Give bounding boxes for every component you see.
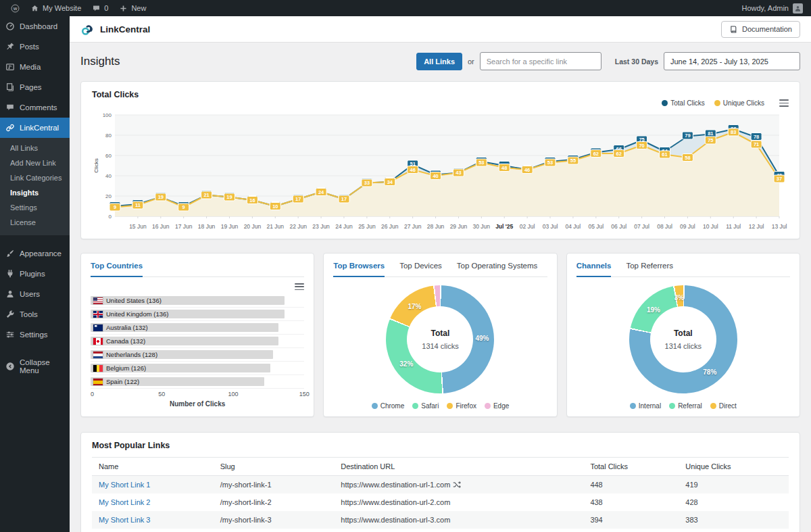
sidebar-item-posts[interactable]: Posts	[0, 37, 70, 57]
legend-item-chrome[interactable]: Chrome	[372, 402, 405, 410]
country-row[interactable]: Belgium (126)	[91, 362, 304, 375]
top-countries-card: Top Countries United States (136)United …	[80, 253, 314, 417]
svg-text:20 Jun: 20 Jun	[244, 223, 262, 230]
legend-item-internal[interactable]: Internal	[630, 402, 661, 410]
donut-percent-label: 17%	[408, 303, 421, 310]
svg-text:79: 79	[685, 132, 690, 139]
titlebar: Insights All Links or Last 30 Days	[70, 42, 811, 72]
data-label: 46	[522, 166, 533, 174]
new-content-button[interactable]: New	[114, 0, 151, 16]
chart-menu-icon[interactable]	[779, 99, 789, 106]
submenu-license[interactable]: License	[0, 215, 70, 230]
date-range-input[interactable]	[664, 52, 800, 70]
axis-tick-label: 50	[158, 391, 165, 397]
tab-top-operating-systems[interactable]: Top Operating Systems	[457, 253, 538, 277]
country-row[interactable]: Netherlands (128)	[91, 348, 304, 362]
link-name[interactable]: My Short Link 1	[99, 481, 150, 489]
data-label: 43	[453, 169, 464, 176]
sidebar-item-dashboard[interactable]: Dashboard	[0, 16, 70, 37]
svg-text:33: 33	[364, 180, 370, 186]
countries-menu-icon[interactable]	[295, 283, 304, 290]
legend-total-clicks[interactable]: Total Clicks	[662, 99, 705, 107]
comments-badge[interactable]: 0	[87, 0, 114, 16]
link-total-clicks: 448	[583, 476, 679, 494]
legend-unique-clicks[interactable]: Unique Clicks	[714, 99, 764, 107]
all-links-button[interactable]: All Links	[416, 53, 462, 70]
legend-item-safari[interactable]: Safari	[412, 402, 439, 410]
country-label: Netherlands (128)	[91, 351, 157, 358]
data-label: 21	[201, 191, 212, 199]
svg-text:75: 75	[708, 137, 713, 143]
country-row[interactable]: Canada (132)	[91, 335, 304, 348]
period-label: Last 30 Days	[615, 57, 658, 66]
pages-icon	[5, 82, 15, 92]
country-row[interactable]: Spain (122)	[91, 375, 304, 389]
submenu-settings[interactable]: Settings	[0, 200, 70, 215]
legend-dot	[372, 403, 378, 409]
sidebar-item-media[interactable]: Media	[0, 57, 70, 77]
wp-admin-bar: W My Website 0 New Howdy, Admin	[0, 0, 811, 16]
country-row[interactable]: Australia (132)	[91, 321, 304, 335]
legend-item-direct[interactable]: Direct	[710, 402, 737, 410]
sidebar-item-tools[interactable]: Tools	[0, 304, 70, 324]
wrench-icon	[5, 310, 15, 319]
link-name[interactable]: My Short Link 2	[99, 498, 150, 506]
link-total-clicks: 438	[583, 493, 679, 511]
submenu-add-new-link[interactable]: Add New Link	[0, 155, 70, 170]
data-label: 53	[545, 159, 556, 166]
most-popular-links-card: Most Popular Links NameSlugDestination U…	[80, 432, 800, 532]
submenu-all-links[interactable]: All Links	[0, 141, 70, 155]
data-label: 78	[751, 133, 762, 141]
channels-donut-chart[interactable]: 78%19%3%Total1314 clicks	[629, 285, 737, 393]
table-row: My Short Link 1/my-short-link-1https://w…	[92, 476, 789, 494]
sidebar-item-pages[interactable]: Pages	[0, 77, 70, 97]
legend-dot	[412, 403, 418, 409]
donut-total-value: 1314 clicks	[665, 342, 702, 350]
column-header[interactable]: Destination URL	[334, 458, 583, 476]
column-header[interactable]: Total Clicks	[583, 458, 679, 476]
us-flag-icon	[93, 297, 103, 304]
submenu-link-categories[interactable]: Link Categories	[0, 170, 70, 185]
tab-top-countries[interactable]: Top Countries	[91, 253, 143, 277]
tab-channels[interactable]: Channels	[576, 253, 612, 277]
shuffle-icon	[453, 481, 461, 489]
collapse-menu-button[interactable]: Collapse Menu	[0, 353, 70, 380]
data-label: 81	[705, 130, 716, 137]
sidebar-item-plugins[interactable]: Plugins	[0, 264, 70, 284]
tab-top-browsers[interactable]: Top Browsers	[333, 253, 385, 277]
svg-text:70: 70	[639, 143, 644, 149]
sidebar-item-users[interactable]: Users	[0, 284, 70, 304]
sidebar-item-settings[interactable]: Settings	[0, 324, 70, 345]
svg-text:53: 53	[478, 160, 484, 166]
tab-top-devices[interactable]: Top Devices	[399, 253, 442, 277]
column-header[interactable]: Slug	[214, 458, 335, 476]
book-icon	[729, 25, 738, 34]
brush-icon	[5, 249, 15, 258]
top_browsers-donut-chart[interactable]: 49%32%17%Total1314 clicks	[386, 285, 494, 393]
account-menu[interactable]: Howdy, Admin	[742, 3, 806, 14]
legend-item-firefox[interactable]: Firefox	[447, 402, 476, 410]
column-header[interactable]: Name	[92, 458, 214, 476]
insight-cards-row: Top Countries United States (136)United …	[80, 253, 800, 417]
data-label: 62	[591, 150, 601, 158]
country-row[interactable]: United Kingdom (136)	[91, 308, 304, 321]
wp-logo-icon[interactable]: W	[5, 0, 25, 16]
tab-top-referrers[interactable]: Top Referrers	[626, 253, 673, 277]
total-clicks-line-chart[interactable]: 02040608010015 Jun16 Jun17 Jun18 Jun19 J…	[92, 108, 790, 234]
link-name[interactable]: My Short Link 3	[99, 516, 150, 524]
documentation-button[interactable]: Documentation	[721, 21, 800, 38]
linkcentral-submenu: All Links Add New Link Link Categories I…	[0, 138, 70, 235]
column-header[interactable]: Unique Clicks	[679, 458, 789, 476]
site-name-link[interactable]: My Website	[25, 0, 87, 16]
submenu-insights[interactable]: Insights	[0, 185, 70, 200]
sidebar-item-linkcentral[interactable]: LinkCentral	[0, 118, 70, 138]
sidebar-item-comments[interactable]: Comments	[0, 97, 70, 118]
legend-item-edge[interactable]: Edge	[485, 402, 509, 410]
sidebar-item-appearance[interactable]: Appearance	[0, 243, 70, 264]
country-row[interactable]: United States (136)	[91, 294, 304, 308]
link-search-input[interactable]	[480, 52, 601, 70]
legend-item-referral[interactable]: Referral	[669, 402, 702, 410]
svg-text:05 Jul: 05 Jul	[588, 223, 604, 230]
svg-text:71: 71	[754, 141, 759, 147]
countries-x-axis: 050100150	[91, 391, 304, 400]
